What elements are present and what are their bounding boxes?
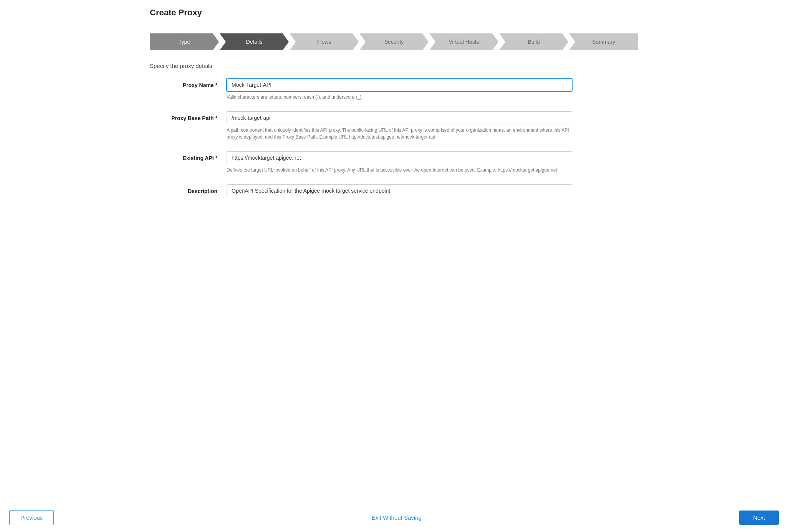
description-input[interactable] (227, 184, 572, 197)
next-button[interactable]: Next (739, 511, 779, 525)
step-flows[interactable]: Flows (290, 33, 359, 50)
existing-api-row: Existing API * Defines the target URL in… (150, 151, 572, 173)
footer: Previous Exit Without Saving Next (0, 503, 788, 532)
step-virtual-hosts[interactable]: Virtual Hosts (429, 33, 498, 50)
description-label: Description (150, 184, 227, 194)
proxy-name-hint: Valid characters are letters, numbers, d… (227, 94, 572, 101)
proxy-details-form: Proxy Name * Valid characters are letter… (150, 78, 572, 197)
proxy-base-path-hint: A path component that uniquely identifie… (227, 127, 572, 140)
existing-api-hint: Defines the target URL invoked on behalf… (227, 167, 572, 173)
existing-api-input[interactable] (227, 151, 572, 164)
exit-button[interactable]: Exit Without Saving (372, 514, 422, 521)
step-build[interactable]: Build (499, 33, 568, 50)
step-security[interactable]: Security (359, 33, 429, 50)
proxy-base-path-input[interactable] (227, 111, 572, 124)
step-details[interactable]: Details (220, 33, 289, 50)
proxy-base-path-field-wrapper: A path component that uniquely identifie… (227, 111, 572, 140)
description-row: Description (150, 184, 572, 197)
step-summary[interactable]: Summary (569, 33, 638, 50)
existing-api-label: Existing API * (150, 151, 227, 161)
form-subtitle: Specify the proxy details. (150, 63, 638, 69)
proxy-base-path-row: Proxy Base Path * A path component that … (150, 111, 572, 140)
page-title: Create Proxy (150, 8, 638, 18)
step-type[interactable]: Type (150, 33, 219, 50)
description-field-wrapper (227, 184, 572, 197)
existing-api-field-wrapper: Defines the target URL invoked on behalf… (227, 151, 572, 173)
proxy-name-label: Proxy Name * (150, 78, 227, 88)
stepper: Type Details Flows Security Virtual Host… (150, 33, 638, 50)
proxy-name-field-wrapper: Valid characters are letters, numbers, d… (227, 78, 572, 101)
previous-button[interactable]: Previous (9, 510, 54, 525)
proxy-base-path-label: Proxy Base Path * (150, 111, 227, 121)
proxy-name-input[interactable] (227, 78, 572, 91)
proxy-name-row: Proxy Name * Valid characters are letter… (150, 78, 572, 101)
